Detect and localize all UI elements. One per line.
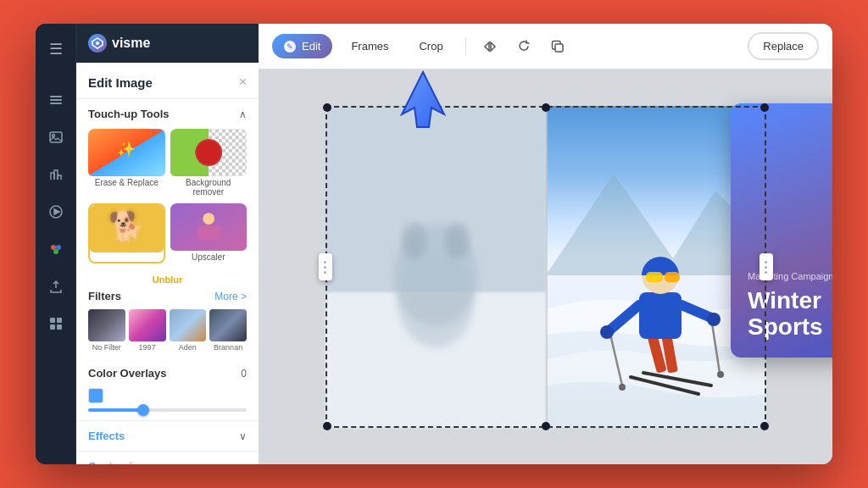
layers-icon[interactable] — [41, 85, 71, 115]
upscaler-label: Upscaler — [170, 251, 248, 263]
media-icon[interactable] — [41, 197, 71, 227]
color-swatch[interactable] — [88, 388, 103, 403]
svg-rect-23 — [209, 129, 247, 175]
effects-arrow-icon: ∨ — [239, 430, 247, 442]
marketing-card: Marketing Campaign Winter Sports — [731, 103, 832, 358]
crop-button[interactable]: Crop — [407, 34, 454, 58]
svg-rect-13 — [57, 324, 62, 330]
svg-marker-6 — [54, 209, 59, 214]
svg-rect-52 — [665, 272, 680, 282]
image-icon[interactable] — [41, 122, 71, 152]
touchup-label: Touch-up Tools — [88, 108, 170, 120]
filters-header: Filters More > — [88, 290, 247, 302]
icon-bar: ☰ — [36, 24, 76, 464]
edit-panel: Edit Image × Touch-up Tools ∧ — [76, 63, 259, 464]
svg-rect-31 — [202, 225, 215, 241]
effects-label: Effects — [88, 430, 125, 442]
bg-remover-label: Background remover — [170, 176, 248, 198]
svg-rect-45 — [639, 292, 682, 339]
filter-aden[interactable]: Aden — [170, 309, 207, 352]
color-overlay-value: 0 — [241, 368, 247, 380]
svg-point-39 — [444, 223, 470, 260]
campaign-title: Winter Sports — [748, 288, 832, 341]
filter-1997-label: 1997 — [129, 341, 166, 352]
flip-button[interactable] — [476, 33, 504, 60]
svg-point-8 — [56, 245, 61, 250]
grip-right[interactable] — [760, 253, 773, 280]
edit-button[interactable]: ✎ Edit — [272, 34, 332, 58]
chart-icon[interactable] — [41, 159, 71, 190]
logo-text: visme — [112, 36, 150, 51]
filter-1997[interactable]: 1997 — [129, 309, 166, 352]
filters-grid: No Filter 1997 Aden Brannan — [88, 309, 247, 352]
svg-rect-34 — [555, 44, 563, 52]
svg-point-53 — [600, 325, 614, 339]
svg-point-9 — [53, 249, 58, 254]
svg-rect-17 — [170, 129, 209, 175]
grip-left[interactable] — [319, 253, 332, 280]
svg-point-54 — [707, 313, 721, 326]
tools-grid: ✨ Erase & Replace — [76, 125, 259, 272]
canvas-container — [326, 106, 766, 428]
svg-rect-51 — [646, 272, 663, 282]
svg-point-4 — [52, 135, 54, 137]
touchup-arrow-icon: ∧ — [239, 108, 247, 120]
svg-rect-12 — [50, 324, 55, 330]
color-overlay-label: Color Overlays — [88, 367, 167, 380]
svg-point-30 — [203, 213, 214, 225]
blurred-image-half — [326, 106, 546, 428]
upload-icon[interactable] — [41, 271, 71, 302]
color-overlay-row: Color Overlays 0 — [76, 360, 259, 386]
sidebar-header: visme — [76, 24, 259, 63]
svg-rect-2 — [50, 103, 62, 104]
svg-point-48 — [619, 384, 626, 391]
main-area: ✎ Edit Frames Crop — [259, 24, 832, 464]
selected-tool-name: Unblur — [76, 272, 259, 290]
svg-point-49 — [717, 371, 724, 378]
filter-no-label: No Filter — [88, 341, 125, 352]
background-remover-tool[interactable]: Background remover — [170, 129, 248, 198]
svg-point-40 — [398, 254, 474, 347]
filter-no-filter[interactable]: No Filter — [88, 309, 125, 352]
rotate-button[interactable] — [510, 33, 537, 60]
effects-section[interactable]: Effects ∨ — [76, 420, 259, 451]
svg-point-38 — [402, 223, 427, 260]
customize-label: Customize — [88, 460, 144, 464]
filter-aden-label: Aden — [170, 341, 207, 352]
svg-text:✨: ✨ — [117, 140, 136, 158]
frames-button[interactable]: Frames — [339, 34, 400, 58]
svg-point-25 — [195, 139, 221, 165]
color-icon[interactable] — [41, 234, 71, 264]
upscaler-tool[interactable]: Upscaler — [170, 203, 248, 263]
menu-icon[interactable]: ☰ — [41, 34, 71, 64]
color-slider[interactable] — [88, 408, 247, 412]
filter-brannan[interactable]: Brannan — [209, 309, 247, 352]
svg-rect-33 — [214, 227, 220, 239]
grid-icon[interactable] — [41, 308, 71, 339]
divider-line — [546, 106, 548, 428]
unblur-tool[interactable]: 🐕 🐕 — [88, 203, 165, 263]
logo-icon — [88, 34, 107, 53]
svg-text:🐕: 🐕 — [108, 209, 145, 244]
filters-label: Filters — [88, 290, 121, 302]
filters-section: Filters More > No Filter 1997 Aden — [76, 290, 259, 360]
svg-rect-3 — [50, 132, 62, 142]
canvas-area: Marketing Campaign Winter Sports — [259, 69, 832, 464]
app-window: ☰ — [36, 24, 832, 464]
toolbar: ✎ Edit Frames Crop — [259, 24, 832, 69]
copy-button[interactable] — [544, 33, 571, 60]
filters-more-link[interactable]: More > — [214, 291, 247, 302]
svg-point-14 — [96, 42, 99, 45]
erase-replace-tool[interactable]: ✨ Erase & Replace — [88, 129, 165, 198]
color-overlay-slider-row — [76, 386, 259, 420]
touchup-section-header[interactable]: Touch-up Tools ∧ — [76, 99, 259, 125]
logo-area: visme — [88, 34, 150, 53]
svg-rect-32 — [197, 227, 203, 239]
close-button[interactable]: × — [239, 75, 247, 90]
customize-section[interactable]: Customize ∨ — [76, 451, 259, 464]
panel-title-row: Edit Image × — [76, 63, 259, 99]
replace-button[interactable]: Replace — [748, 32, 819, 60]
customize-arrow-icon: ∨ — [239, 461, 247, 465]
svg-rect-1 — [50, 99, 62, 101]
svg-rect-11 — [57, 318, 62, 323]
